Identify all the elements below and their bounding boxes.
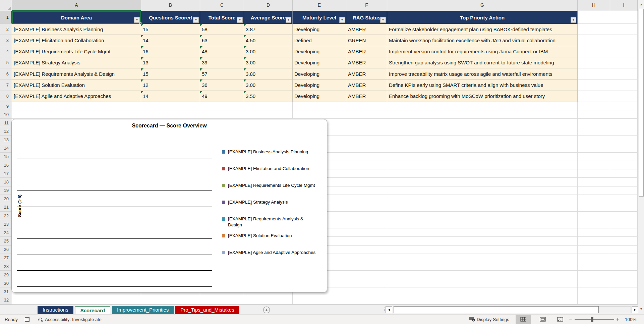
empty-cell[interactable] [244,110,293,119]
table-cell[interactable]: AMBER [346,68,387,79]
column-header-I[interactable]: I [610,0,638,11]
select-all-button[interactable] [0,0,12,11]
filter-dropdown-icon[interactable]: ▼ [286,17,291,23]
empty-cell[interactable] [578,254,610,262]
empty-cell[interactable] [387,220,578,228]
filter-dropdown-icon[interactable]: ▼ [193,17,199,23]
table-cell[interactable]: 57 [200,68,244,79]
empty-cell[interactable] [578,296,610,305]
empty-cell[interactable] [387,296,578,305]
empty-cell[interactable] [346,102,387,110]
column-header-C[interactable]: C [200,0,244,11]
empty-cell[interactable] [387,178,578,186]
empty-cell[interactable] [578,119,610,127]
empty-cell[interactable] [610,153,638,161]
row-header-28[interactable]: 28 [0,262,12,271]
empty-cell[interactable] [610,271,638,279]
empty-cell[interactable] [346,271,387,279]
empty-cell[interactable] [578,153,610,161]
sheet-tab-instructions[interactable]: Instructions [38,306,73,314]
empty-cell[interactable] [346,161,387,169]
empty-cell[interactable] [346,153,387,161]
empty-cell[interactable] [293,102,346,110]
empty-cell[interactable] [578,195,610,203]
table-cell[interactable]: [EXAMPLE] Solution Evaluation [12,79,141,91]
empty-cell[interactable] [610,279,638,287]
filter-dropdown-icon[interactable]: ▼ [339,17,345,23]
row-header-6[interactable]: 6 [0,68,12,79]
row-header-20[interactable]: 20 [0,195,12,203]
scroll-up-icon[interactable]: ▲ [639,1,644,8]
table-header-cell[interactable]: RAG Status▼ [346,11,387,24]
table-cell[interactable]: Developing [293,79,346,91]
empty-cell[interactable] [387,161,578,169]
row-header-4[interactable]: 4 [0,46,12,57]
empty-cell[interactable] [387,246,578,254]
filter-dropdown-icon[interactable]: ▼ [134,17,140,23]
empty-cell[interactable] [387,195,578,203]
empty-cell[interactable] [610,46,638,57]
empty-cell[interactable] [346,237,387,245]
empty-cell[interactable] [578,212,610,220]
empty-cell[interactable] [346,119,387,127]
empty-cell[interactable] [387,102,578,110]
table-cell[interactable]: [EXAMPLE] Elicitation and Collaboration [12,35,141,46]
scroll-left-icon[interactable]: ◀ [386,306,392,313]
empty-cell[interactable] [346,169,387,178]
table-cell[interactable]: AMBER [346,46,387,57]
table-cell[interactable]: AMBER [346,79,387,91]
row-header-32[interactable]: 32 [0,296,12,305]
empty-cell[interactable] [244,102,293,110]
table-cell[interactable]: Improve traceability matrix usage across… [387,68,578,79]
row-header-14[interactable]: 14 [0,144,12,153]
table-cell[interactable]: Formalize stakeholder engagement plan us… [387,24,578,35]
column-header-B[interactable]: B [141,0,200,11]
row-header-10[interactable]: 10 [0,110,12,119]
row-header-31[interactable]: 31 [0,287,12,296]
empty-cell[interactable] [610,228,638,237]
normal-view-icon[interactable] [516,315,531,324]
table-cell[interactable]: 12 [141,79,200,91]
empty-cell[interactable] [578,68,610,79]
zoom-out-icon[interactable]: − [569,315,572,324]
empty-cell[interactable] [578,287,610,296]
row-header-1[interactable]: 1 [0,11,12,24]
empty-cell[interactable] [610,195,638,203]
empty-cell[interactable] [346,254,387,262]
empty-cell[interactable] [578,262,610,271]
empty-cell[interactable] [387,186,578,195]
empty-cell[interactable] [200,296,244,305]
empty-cell[interactable] [346,110,387,119]
row-header-3[interactable]: 3 [0,35,12,46]
row-header-12[interactable]: 12 [0,127,12,136]
row-header-30[interactable]: 30 [0,279,12,287]
empty-cell[interactable] [578,136,610,144]
table-cell[interactable]: Developing [293,57,346,68]
empty-cell[interactable] [244,296,293,305]
row-header-5[interactable]: 5 [0,57,12,68]
table-cell[interactable]: 14 [141,91,200,102]
table-cell[interactable]: [EXAMPLE] Requirements Life Cycle Mgmt [12,46,141,57]
empty-cell[interactable] [387,254,578,262]
empty-cell[interactable] [578,271,610,279]
vertical-scrollbar[interactable]: ▲ ▼ [638,0,644,314]
empty-cell[interactable] [578,237,610,245]
empty-cell[interactable] [141,102,200,110]
row-header-25[interactable]: 25 [0,237,12,245]
empty-cell[interactable] [346,195,387,203]
empty-cell[interactable] [200,110,244,119]
empty-cell[interactable] [346,136,387,144]
empty-cell[interactable] [578,35,610,46]
row-header-18[interactable]: 18 [0,178,12,186]
empty-cell[interactable] [387,212,578,220]
empty-cell[interactable] [578,246,610,254]
empty-cell[interactable] [578,161,610,169]
display-settings-button[interactable]: Display Settings [477,315,509,324]
empty-cell[interactable] [141,110,200,119]
empty-cell[interactable] [610,169,638,178]
table-cell[interactable]: 13 [141,57,200,68]
row-header-2[interactable]: 2 [0,24,12,35]
sheet-tab-improvement_priorities[interactable]: Improvement_Priorities [112,306,174,314]
empty-cell[interactable] [610,237,638,245]
table-cell[interactable]: Strengthen gap analysis using SWOT and c… [387,57,578,68]
